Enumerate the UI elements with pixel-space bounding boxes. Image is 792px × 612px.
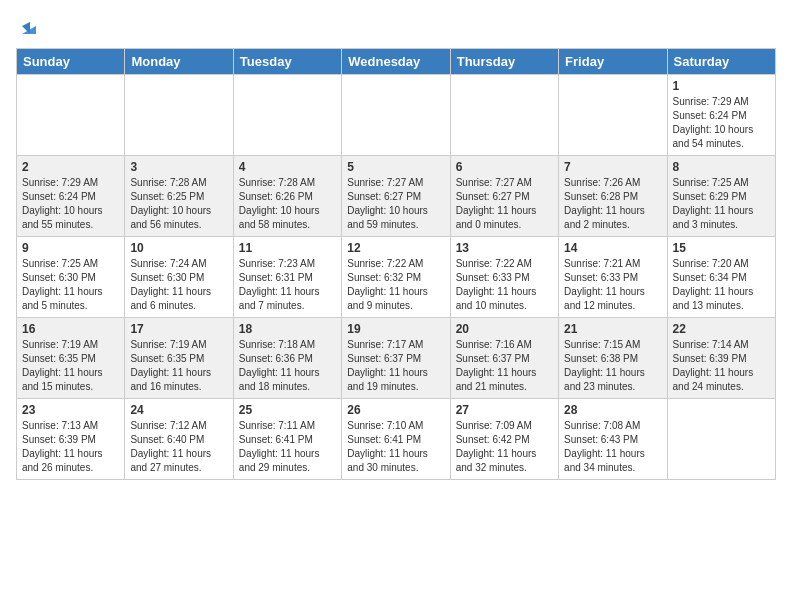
day-number: 16: [22, 322, 119, 336]
day-info: Sunrise: 7:24 AM Sunset: 6:30 PM Dayligh…: [130, 257, 227, 313]
day-number: 15: [673, 241, 770, 255]
weekday-header-wednesday: Wednesday: [342, 49, 450, 75]
calendar-cell: 7Sunrise: 7:26 AM Sunset: 6:28 PM Daylig…: [559, 156, 667, 237]
day-number: 20: [456, 322, 553, 336]
calendar-cell: 14Sunrise: 7:21 AM Sunset: 6:33 PM Dayli…: [559, 237, 667, 318]
calendar-cell: 22Sunrise: 7:14 AM Sunset: 6:39 PM Dayli…: [667, 318, 775, 399]
calendar-cell: [17, 75, 125, 156]
calendar-week-row: 23Sunrise: 7:13 AM Sunset: 6:39 PM Dayli…: [17, 399, 776, 480]
day-info: Sunrise: 7:11 AM Sunset: 6:41 PM Dayligh…: [239, 419, 336, 475]
day-number: 10: [130, 241, 227, 255]
day-number: 24: [130, 403, 227, 417]
calendar-cell: 5Sunrise: 7:27 AM Sunset: 6:27 PM Daylig…: [342, 156, 450, 237]
day-number: 6: [456, 160, 553, 174]
calendar-cell: [559, 75, 667, 156]
logo-icon: [18, 16, 40, 38]
day-number: 26: [347, 403, 444, 417]
day-number: 9: [22, 241, 119, 255]
calendar-cell: 15Sunrise: 7:20 AM Sunset: 6:34 PM Dayli…: [667, 237, 775, 318]
calendar-cell: 10Sunrise: 7:24 AM Sunset: 6:30 PM Dayli…: [125, 237, 233, 318]
calendar-cell: 17Sunrise: 7:19 AM Sunset: 6:35 PM Dayli…: [125, 318, 233, 399]
day-number: 18: [239, 322, 336, 336]
day-info: Sunrise: 7:21 AM Sunset: 6:33 PM Dayligh…: [564, 257, 661, 313]
calendar-cell: 9Sunrise: 7:25 AM Sunset: 6:30 PM Daylig…: [17, 237, 125, 318]
calendar-week-row: 16Sunrise: 7:19 AM Sunset: 6:35 PM Dayli…: [17, 318, 776, 399]
day-number: 14: [564, 241, 661, 255]
calendar-cell: 28Sunrise: 7:08 AM Sunset: 6:43 PM Dayli…: [559, 399, 667, 480]
day-info: Sunrise: 7:08 AM Sunset: 6:43 PM Dayligh…: [564, 419, 661, 475]
calendar-cell: 19Sunrise: 7:17 AM Sunset: 6:37 PM Dayli…: [342, 318, 450, 399]
day-info: Sunrise: 7:25 AM Sunset: 6:29 PM Dayligh…: [673, 176, 770, 232]
weekday-header-thursday: Thursday: [450, 49, 558, 75]
day-number: 28: [564, 403, 661, 417]
logo: [16, 16, 40, 38]
calendar-cell: [125, 75, 233, 156]
weekday-header-friday: Friday: [559, 49, 667, 75]
calendar-cell: 2Sunrise: 7:29 AM Sunset: 6:24 PM Daylig…: [17, 156, 125, 237]
weekday-header-tuesday: Tuesday: [233, 49, 341, 75]
day-info: Sunrise: 7:15 AM Sunset: 6:38 PM Dayligh…: [564, 338, 661, 394]
day-number: 17: [130, 322, 227, 336]
calendar-cell: 4Sunrise: 7:28 AM Sunset: 6:26 PM Daylig…: [233, 156, 341, 237]
day-number: 27: [456, 403, 553, 417]
day-number: 23: [22, 403, 119, 417]
day-info: Sunrise: 7:10 AM Sunset: 6:41 PM Dayligh…: [347, 419, 444, 475]
calendar-cell: [667, 399, 775, 480]
day-info: Sunrise: 7:28 AM Sunset: 6:25 PM Dayligh…: [130, 176, 227, 232]
day-info: Sunrise: 7:17 AM Sunset: 6:37 PM Dayligh…: [347, 338, 444, 394]
day-number: 4: [239, 160, 336, 174]
calendar-table: SundayMondayTuesdayWednesdayThursdayFrid…: [16, 48, 776, 480]
calendar-cell: 21Sunrise: 7:15 AM Sunset: 6:38 PM Dayli…: [559, 318, 667, 399]
calendar-cell: 1Sunrise: 7:29 AM Sunset: 6:24 PM Daylig…: [667, 75, 775, 156]
calendar-cell: 26Sunrise: 7:10 AM Sunset: 6:41 PM Dayli…: [342, 399, 450, 480]
day-info: Sunrise: 7:20 AM Sunset: 6:34 PM Dayligh…: [673, 257, 770, 313]
day-info: Sunrise: 7:19 AM Sunset: 6:35 PM Dayligh…: [130, 338, 227, 394]
day-number: 12: [347, 241, 444, 255]
day-number: 13: [456, 241, 553, 255]
day-info: Sunrise: 7:12 AM Sunset: 6:40 PM Dayligh…: [130, 419, 227, 475]
day-info: Sunrise: 7:14 AM Sunset: 6:39 PM Dayligh…: [673, 338, 770, 394]
day-info: Sunrise: 7:19 AM Sunset: 6:35 PM Dayligh…: [22, 338, 119, 394]
day-number: 25: [239, 403, 336, 417]
calendar-cell: [233, 75, 341, 156]
calendar-cell: 3Sunrise: 7:28 AM Sunset: 6:25 PM Daylig…: [125, 156, 233, 237]
weekday-header-saturday: Saturday: [667, 49, 775, 75]
day-info: Sunrise: 7:16 AM Sunset: 6:37 PM Dayligh…: [456, 338, 553, 394]
calendar-cell: 27Sunrise: 7:09 AM Sunset: 6:42 PM Dayli…: [450, 399, 558, 480]
day-number: 7: [564, 160, 661, 174]
day-number: 3: [130, 160, 227, 174]
day-number: 5: [347, 160, 444, 174]
day-info: Sunrise: 7:29 AM Sunset: 6:24 PM Dayligh…: [673, 95, 770, 151]
day-info: Sunrise: 7:28 AM Sunset: 6:26 PM Dayligh…: [239, 176, 336, 232]
day-number: 21: [564, 322, 661, 336]
day-info: Sunrise: 7:27 AM Sunset: 6:27 PM Dayligh…: [347, 176, 444, 232]
calendar-cell: 12Sunrise: 7:22 AM Sunset: 6:32 PM Dayli…: [342, 237, 450, 318]
day-info: Sunrise: 7:23 AM Sunset: 6:31 PM Dayligh…: [239, 257, 336, 313]
day-info: Sunrise: 7:22 AM Sunset: 6:33 PM Dayligh…: [456, 257, 553, 313]
calendar-cell: 13Sunrise: 7:22 AM Sunset: 6:33 PM Dayli…: [450, 237, 558, 318]
page-header: [16, 16, 776, 38]
day-info: Sunrise: 7:29 AM Sunset: 6:24 PM Dayligh…: [22, 176, 119, 232]
calendar-week-row: 1Sunrise: 7:29 AM Sunset: 6:24 PM Daylig…: [17, 75, 776, 156]
day-info: Sunrise: 7:09 AM Sunset: 6:42 PM Dayligh…: [456, 419, 553, 475]
calendar-cell: 25Sunrise: 7:11 AM Sunset: 6:41 PM Dayli…: [233, 399, 341, 480]
weekday-header-sunday: Sunday: [17, 49, 125, 75]
day-info: Sunrise: 7:26 AM Sunset: 6:28 PM Dayligh…: [564, 176, 661, 232]
day-number: 8: [673, 160, 770, 174]
calendar-cell: 24Sunrise: 7:12 AM Sunset: 6:40 PM Dayli…: [125, 399, 233, 480]
calendar-cell: 11Sunrise: 7:23 AM Sunset: 6:31 PM Dayli…: [233, 237, 341, 318]
day-number: 2: [22, 160, 119, 174]
day-number: 11: [239, 241, 336, 255]
calendar-cell: 8Sunrise: 7:25 AM Sunset: 6:29 PM Daylig…: [667, 156, 775, 237]
calendar-cell: 23Sunrise: 7:13 AM Sunset: 6:39 PM Dayli…: [17, 399, 125, 480]
day-info: Sunrise: 7:13 AM Sunset: 6:39 PM Dayligh…: [22, 419, 119, 475]
calendar-cell: [342, 75, 450, 156]
calendar-cell: 6Sunrise: 7:27 AM Sunset: 6:27 PM Daylig…: [450, 156, 558, 237]
day-number: 1: [673, 79, 770, 93]
day-number: 19: [347, 322, 444, 336]
calendar-cell: 16Sunrise: 7:19 AM Sunset: 6:35 PM Dayli…: [17, 318, 125, 399]
day-number: 22: [673, 322, 770, 336]
calendar-week-row: 2Sunrise: 7:29 AM Sunset: 6:24 PM Daylig…: [17, 156, 776, 237]
day-info: Sunrise: 7:18 AM Sunset: 6:36 PM Dayligh…: [239, 338, 336, 394]
day-info: Sunrise: 7:25 AM Sunset: 6:30 PM Dayligh…: [22, 257, 119, 313]
